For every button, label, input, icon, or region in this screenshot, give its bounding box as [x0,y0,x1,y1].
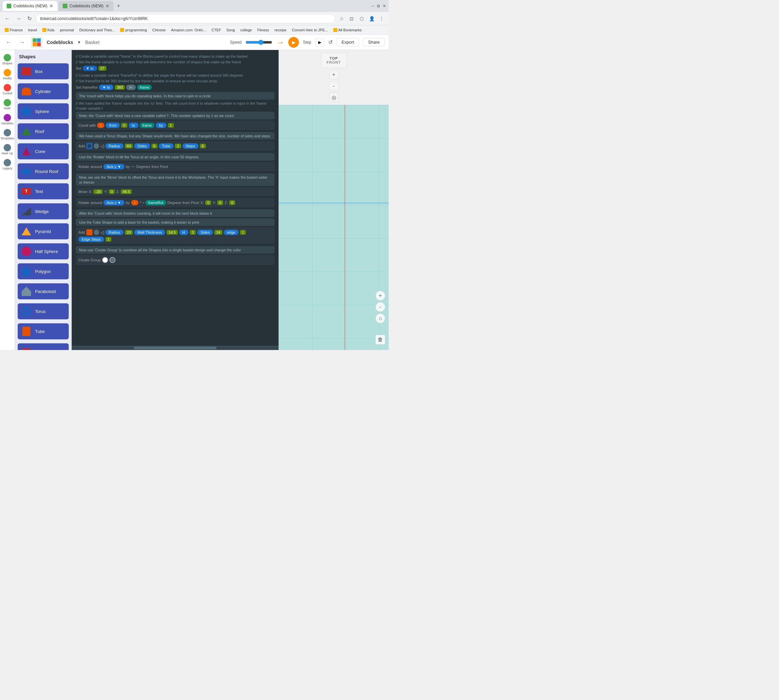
url-bar[interactable]: tinkercad.com/codeblocks/edit?create=1&d… [36,14,335,23]
bookmark-travel[interactable]: travel [26,27,39,33]
bookmark-fitness[interactable]: Fitness [255,27,271,33]
trash-button[interactable]: 🗑 [375,335,385,345]
y-val[interactable]: 0 [109,189,115,194]
bookmark-receipie[interactable]: receipe [272,27,289,33]
sidebar-item-legacy[interactable]: Legacy [1,158,14,171]
viewport-zoom-out-button[interactable]: - [375,302,385,312]
zoom-plus-button[interactable]: + [329,70,339,79]
edge-steps-val[interactable]: 1 [105,237,112,242]
bookmark-chinese[interactable]: Chinese [150,27,167,33]
step-play-button[interactable]: ▶ [315,38,324,46]
wall-val[interactable]: 14.5 [167,230,177,235]
back-button[interactable]: ← [3,14,12,23]
shape-roof-item[interactable]: Roof [18,123,69,139]
shape-polygon-item[interactable]: Polygon [18,263,69,279]
shape-sphere-item[interactable]: Sphere [18,103,69,119]
y2-val[interactable]: 0 [217,200,223,205]
bookmark-all[interactable]: All Bookmarks [331,27,364,33]
x2-val[interactable]: 0 [205,200,211,205]
value-360[interactable]: 360 [115,85,125,90]
scrollbar-thumb[interactable] [134,347,217,349]
x-val[interactable]: -20 [94,189,103,194]
frame-var-pill[interactable]: frame [137,85,152,90]
win-restore-icon[interactable]: ⧉ [377,4,380,8]
speed-slider[interactable] [246,40,272,45]
new-tab-button[interactable]: + [115,3,122,10]
shape-tube-item[interactable]: Tube [18,323,69,339]
shape-box-item[interactable]: Box [18,63,69,79]
shape-half-sphere-item[interactable]: Half Sphere [18,243,69,259]
tube-val[interactable]: 2 [175,144,181,148]
group-color-circle-2[interactable] [109,257,115,263]
reset-button[interactable]: ↺ [328,39,333,45]
tab-close-1[interactable]: ✕ [49,3,53,9]
radius2-val[interactable]: 20 [125,230,133,235]
shape-text-item[interactable]: T Text [18,183,69,199]
profile-button[interactable]: 👤 [367,14,376,23]
group-color-circle-1[interactable] [102,257,108,263]
edge-val[interactable]: 1 [240,230,246,235]
bookmark-programming[interactable]: programming [118,27,149,33]
sidebar-item-math[interactable]: Math [1,98,14,111]
from-val-0[interactable]: 0 [121,123,127,128]
forward-button[interactable]: → [14,14,23,23]
shape-wedge-item[interactable]: Wedge [18,203,69,219]
viewport-home-button[interactable]: ⌂ [375,313,385,323]
shape-torus-item[interactable]: Torus [18,303,69,319]
sidebar-item-control[interactable]: Control [1,83,14,96]
zoom-minus-button[interactable]: - [329,81,339,91]
h-val[interactable]: 3 [190,230,196,235]
shape-paraboloid-item[interactable]: Paraboloid [18,283,69,299]
shape-pyramid-item[interactable]: Pyramid [18,223,69,239]
fit-button[interactable]: ◎ [329,93,339,102]
z2-val[interactable]: 0 [229,200,235,205]
bookmark-amazon[interactable]: Amazon.com: Onlin... [169,27,208,33]
value-27[interactable]: 27 [99,66,107,71]
app-dropdown-button[interactable]: ▼ [77,40,81,45]
bookmark-song[interactable]: Song [224,27,237,33]
code-area[interactable]: // Create a variable named "frame" in th… [72,50,279,346]
share-button[interactable]: Share [363,38,384,46]
bookmark-ctef[interactable]: CTEF [209,27,223,33]
refresh-button[interactable]: ↻ [25,14,34,23]
sides-val[interactable]: 6 [152,144,157,148]
radius-val[interactable]: 60 [125,144,133,148]
frame-var-2[interactable]: frame [140,123,154,128]
sidebar-item-shapes[interactable]: Shapes [1,53,14,66]
bookmark-finance[interactable]: Finance [3,27,25,33]
z-val[interactable]: 46.5 [121,189,132,194]
menu-button[interactable]: ⋮ [377,14,386,23]
tab-active[interactable]: Codeblocks (NEW) ✕ [3,1,57,11]
framerot-var[interactable]: frameRot [145,200,166,205]
sidebar-item-modify[interactable]: Modify [1,68,14,81]
bookmark-dictionary[interactable]: Dictionary and Thes... [77,27,117,33]
degrees-num[interactable] [131,166,135,167]
tab-close-2[interactable]: ✕ [105,3,109,9]
bottom-scrollbar[interactable] [72,346,279,350]
cast-button[interactable]: ⊡ [347,14,356,23]
win-minimize-icon[interactable]: ─ [371,4,374,8]
shape-heart-item[interactable]: Heart [18,343,69,350]
by-val-1[interactable]: 1 [168,123,174,128]
viewport-zoom-in-button[interactable]: + [375,291,385,301]
steps-val[interactable]: 6 [200,144,206,148]
sides2-val[interactable]: 24 [214,230,222,235]
extension-button[interactable]: ⬡ [357,14,366,23]
shape-cylinder-item[interactable]: Cylinder [18,83,69,99]
canvas-area[interactable]: + - ⌂ 🗑 [279,105,389,350]
export-button[interactable]: Export [337,38,359,46]
bookmark-convert[interactable]: Convert Heic to JPE... [290,27,330,33]
view-cube[interactable]: TOP FRONT [321,53,347,68]
tab-inactive[interactable]: Codeblocks (NEW) ✕ [59,1,114,11]
bookmark-star-button[interactable]: ☆ [337,14,346,23]
sidebar-item-markup[interactable]: Mark Up [1,143,14,156]
win-close-icon[interactable]: ✕ [383,4,386,8]
sidebar-item-variables[interactable]: Variables [1,113,14,126]
bookmark-college[interactable]: college [238,27,254,33]
bookmark-personal[interactable]: personal [58,27,76,33]
app-forward-button[interactable]: → [17,38,27,47]
sidebar-item-templates[interactable]: Templates [1,128,14,141]
bookmark-kids[interactable]: Kids [40,27,56,33]
shape-round-roof-item[interactable]: Round Roof [18,163,69,179]
play-button[interactable]: ▶ [288,37,299,48]
